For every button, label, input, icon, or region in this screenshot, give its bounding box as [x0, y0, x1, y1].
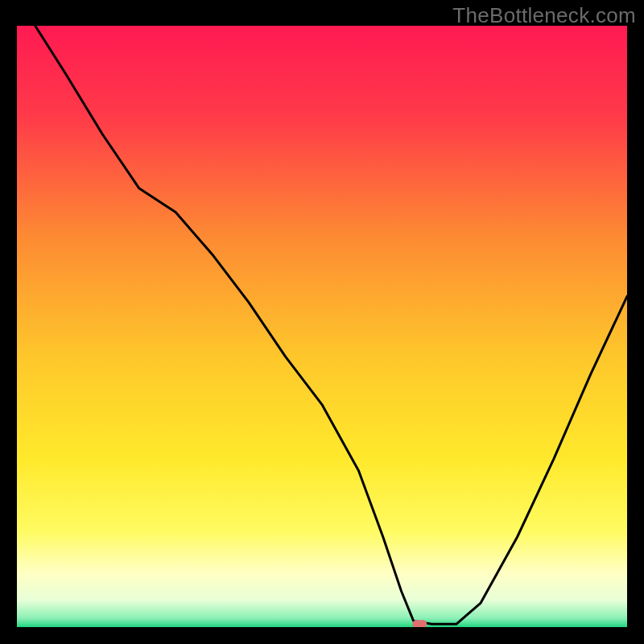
chart-svg [17, 26, 627, 627]
gradient-background [17, 26, 627, 627]
optimum-marker [412, 620, 427, 627]
bottleneck-chart [17, 26, 627, 627]
watermark-label: TheBottleneck.com [452, 3, 636, 28]
